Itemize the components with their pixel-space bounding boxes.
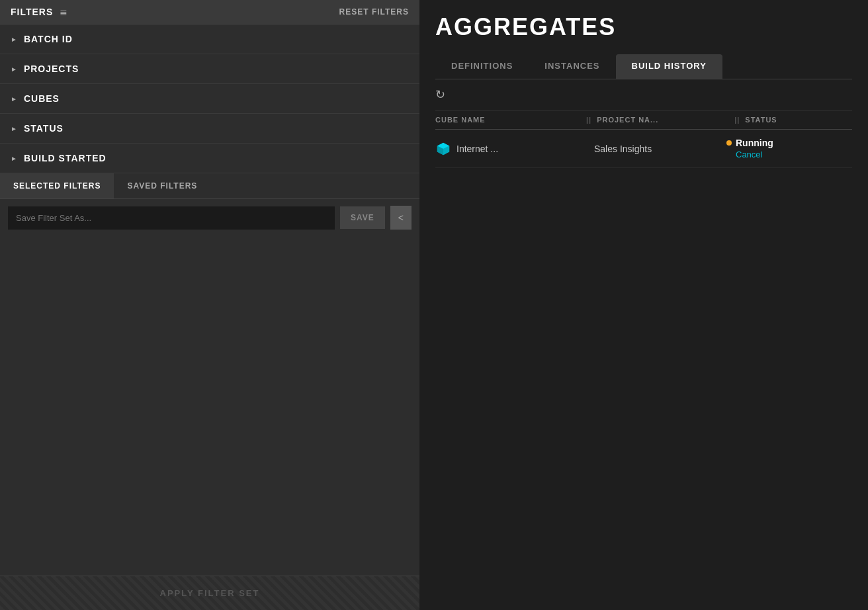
reset-filters-button[interactable]: RESET FILTERS <box>339 7 409 17</box>
col-header-cube-name: CUBE NAME <box>435 116 581 124</box>
filter-item-cubes[interactable]: ► CUBES <box>0 84 419 114</box>
refresh-row: ↻ <box>435 79 852 110</box>
filter-label: BATCH ID <box>24 34 73 44</box>
tab-definitions[interactable]: DEFINITIONS <box>435 54 529 79</box>
col-separator-2: || <box>734 116 740 124</box>
filters-title-group: FILTERS ≣ <box>11 7 67 17</box>
cube-name-cell: Internet ... <box>435 141 581 157</box>
filter-label: STATUS <box>24 123 64 134</box>
filter-label: PROJECTS <box>24 64 79 74</box>
page-title: AGGREGATES <box>435 13 852 41</box>
filters-header: FILTERS ≣ RESET FILTERS <box>0 0 419 24</box>
filter-item-status[interactable]: ► STATUS <box>0 114 419 144</box>
col-header-status: STATUS <box>745 116 852 124</box>
refresh-icon[interactable]: ↻ <box>435 88 445 101</box>
cube-icon <box>435 141 451 157</box>
filter-item-projects[interactable]: ► PROJECTS <box>0 54 419 84</box>
filter-tabs: SELECTED FILTERS SAVED FILTERS <box>0 173 419 199</box>
tab-instances[interactable]: INSTANCES <box>529 54 615 79</box>
filter-item-build-started[interactable]: ► BUILD STARTED <box>0 144 419 173</box>
main-tabs: DEFINITIONS INSTANCES BUILD HISTORY <box>435 54 852 79</box>
arrow-icon: ► <box>11 155 17 162</box>
chevron-left-button[interactable]: < <box>390 206 412 230</box>
status-dot <box>726 140 732 146</box>
cube-name-text: Internet ... <box>456 144 498 154</box>
save-filter-row: SAVE < <box>0 199 419 236</box>
tab-selected-filters[interactable]: SELECTED FILTERS <box>0 173 114 198</box>
arrow-icon: ► <box>11 95 17 103</box>
arrow-icon: ► <box>11 125 17 132</box>
status-running-text: Running <box>736 138 773 148</box>
table-header: CUBE NAME || PROJECT NA... || STATUS <box>435 110 852 130</box>
project-name-cell: Sales Insights <box>581 144 713 154</box>
tab-build-history[interactable]: BUILD HISTORY <box>616 54 722 79</box>
arrow-icon: ► <box>11 36 17 43</box>
filters-title: FILTERS <box>11 7 53 17</box>
filter-label: CUBES <box>24 93 60 104</box>
status-cell: Running Cancel <box>713 138 852 159</box>
arrow-icon: ► <box>11 65 17 73</box>
grid-icon: ≣ <box>60 7 67 17</box>
cancel-button[interactable]: Cancel <box>726 150 852 159</box>
save-filter-input[interactable] <box>8 206 335 230</box>
save-button[interactable]: SAVE <box>340 206 385 229</box>
filter-item-batch-id[interactable]: ► BATCH ID <box>0 24 419 54</box>
status-row: Running <box>726 138 852 148</box>
tab-saved-filters[interactable]: SAVED FILTERS <box>114 173 210 198</box>
filter-label: BUILD STARTED <box>24 153 107 163</box>
col-separator-1: || <box>586 116 591 124</box>
left-panel: FILTERS ≣ RESET FILTERS ► BATCH ID ► PRO… <box>0 0 419 610</box>
filter-content-area <box>0 236 419 576</box>
table-row: Internet ... Sales Insights Running Canc… <box>435 130 852 168</box>
col-header-project-name: PROJECT NA... <box>597 116 729 124</box>
apply-filter-set-button[interactable]: APPLY FILTER SET <box>0 576 419 610</box>
right-panel: AGGREGATES DEFINITIONS INSTANCES BUILD H… <box>419 0 868 610</box>
